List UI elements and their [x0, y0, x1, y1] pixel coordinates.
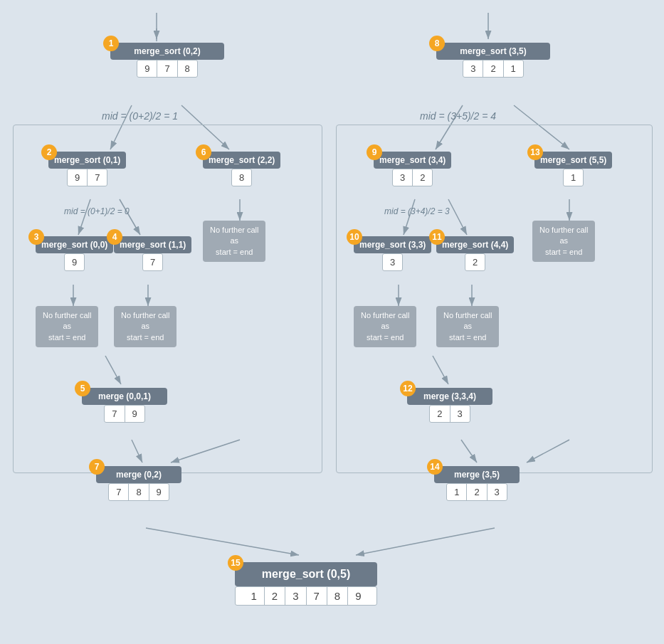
node-4: 4 merge_sort (1,1) 7 [114, 236, 191, 271]
badge-4: 4 [107, 229, 122, 245]
badge-8: 8 [429, 36, 445, 51]
values-1: 9 7 8 [137, 60, 198, 78]
badge-1: 1 [103, 36, 119, 51]
badge-9: 9 [367, 144, 382, 160]
label-13: merge_sort (5,5) [534, 152, 612, 169]
mid-label-1: mid = (0+2)/2 = 1 [102, 110, 178, 122]
node-9: 9 merge_sort (3,4) 3 2 [374, 152, 451, 186]
badge-2: 2 [41, 144, 57, 160]
values-7: 7 8 9 [108, 483, 169, 501]
svg-line-24 [356, 528, 495, 555]
values-11: 2 [465, 253, 485, 271]
node-14: 14 merge (3,5) 1 2 3 [434, 466, 520, 501]
badge-5: 5 [75, 381, 90, 396]
label-15: merge_sort (0,5) [235, 562, 377, 586]
badge-13: 13 [527, 144, 543, 160]
node-2: 2 merge_sort (0,1) 9 7 [48, 152, 126, 186]
label-11: merge_sort (4,4) [436, 236, 514, 253]
label-7: merge (0,2) [96, 466, 181, 483]
badge-15: 15 [228, 555, 243, 571]
label-1: merge_sort (0,2) [110, 43, 224, 60]
node-1: 1 merge_sort (0,2) 9 7 8 [110, 43, 224, 78]
values-10: 3 [382, 253, 403, 271]
badge-10: 10 [347, 229, 362, 245]
no-further-6: No further callasstart = end [532, 221, 595, 262]
badge-12: 12 [400, 381, 416, 396]
badge-3: 3 [28, 229, 44, 245]
label-14: merge (3,5) [434, 466, 520, 483]
node-15: 15 merge_sort (0,5) 1 2 3 7 8 9 [235, 562, 377, 606]
no-further-2: No further callasstart = end [114, 306, 176, 347]
values-8: 3 2 1 [463, 60, 524, 78]
node-5: 5 merge (0,0,1) 7 9 [82, 388, 167, 423]
mid-label-4: mid = (3+4)/2 = 3 [384, 206, 450, 216]
no-further-1: No further callasstart = end [36, 306, 98, 347]
values-15: 1 2 3 7 8 9 [235, 586, 377, 606]
badge-6: 6 [196, 144, 211, 160]
values-2: 9 7 [67, 169, 107, 186]
svg-line-23 [146, 528, 299, 555]
no-further-4: No further callasstart = end [354, 306, 416, 347]
mid-label-2: mid = (3+5)/2 = 4 [420, 110, 496, 122]
values-6: 8 [231, 169, 252, 186]
values-12: 2 3 [429, 405, 470, 423]
node-11: 11 merge_sort (4,4) 2 [436, 236, 514, 271]
badge-11: 11 [429, 229, 445, 245]
label-10: merge_sort (3,3) [354, 236, 431, 253]
no-further-5: No further callasstart = end [436, 306, 499, 347]
node-12: 12 merge (3,3,4) 2 3 [407, 388, 492, 423]
label-12: merge (3,3,4) [407, 388, 492, 405]
label-2: merge_sort (0,1) [48, 152, 126, 169]
node-7: 7 merge (0,2) 7 8 9 [96, 466, 181, 501]
badge-7: 7 [89, 459, 105, 475]
node-6: 6 merge_sort (2,2) 8 [203, 152, 280, 186]
no-further-3: No further callasstart = end [203, 221, 265, 262]
label-4: merge_sort (1,1) [114, 236, 191, 253]
label-6: merge_sort (2,2) [203, 152, 280, 169]
node-8: 8 merge_sort (3,5) 3 2 1 [436, 43, 550, 78]
values-9: 3 2 [392, 169, 433, 186]
values-14: 1 2 3 [446, 483, 507, 501]
label-3: merge_sort (0,0) [36, 236, 113, 253]
main-container: { "title": "Merge Sort Visualization", "… [0, 0, 664, 644]
mid-label-3: mid = (0+1)/2 = 0 [64, 206, 130, 216]
values-4: 7 [142, 253, 163, 271]
values-3: 9 [64, 253, 85, 271]
values-5: 7 9 [104, 405, 144, 423]
values-13: 1 [563, 169, 584, 186]
badge-14: 14 [427, 459, 443, 475]
node-3: 3 merge_sort (0,0) 9 [36, 236, 113, 271]
label-8: merge_sort (3,5) [436, 43, 550, 60]
label-9: merge_sort (3,4) [374, 152, 451, 169]
node-13: 13 merge_sort (5,5) 1 [534, 152, 612, 186]
label-5: merge (0,0,1) [82, 388, 167, 405]
node-10: 10 merge_sort (3,3) 3 [354, 236, 431, 271]
